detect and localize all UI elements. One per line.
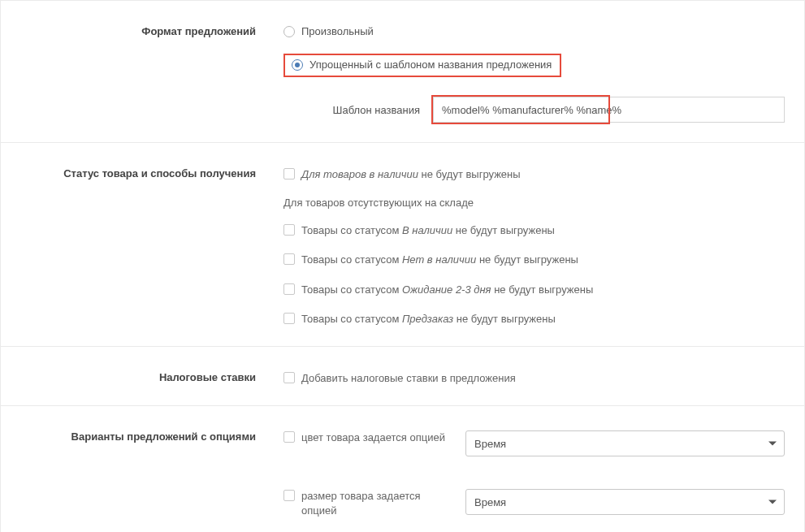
radio-label-simplified: Упрощенный с шаблоном названия предложен… xyxy=(309,58,552,71)
checkbox-icon xyxy=(283,253,295,265)
checkbox-icon xyxy=(283,372,295,383)
color-option-select[interactable]: Время xyxy=(465,430,785,456)
status-checkbox-1-text: Товары со статусом Нет в наличии не буду… xyxy=(301,253,578,267)
tax-rates-checkbox-text: Добавить налоговые ставки в предложения xyxy=(301,371,516,386)
status-checkbox-0[interactable]: Товары со статусом В наличии не будут вы… xyxy=(283,223,785,238)
status-checkbox-3[interactable]: Товары со статусом Предзаказ не будут вы… xyxy=(283,312,785,327)
highlight-box-simplified: Упрощенный с шаблоном названия предложен… xyxy=(283,54,561,77)
template-name-input[interactable] xyxy=(433,97,785,123)
status-checkbox-2-text: Товары со статусом Ожидание 2-3 дня не б… xyxy=(301,283,593,297)
offer-format-label: Формат предложений xyxy=(1,1,269,142)
checkbox-icon xyxy=(283,431,295,443)
checkbox-icon xyxy=(283,168,295,179)
checkbox-icon xyxy=(283,313,295,324)
status-checkbox-0-text: Товары со статусом В наличии не будут вы… xyxy=(301,223,555,238)
product-status-label: Статус товара и способы получения xyxy=(1,143,269,346)
checkbox-icon xyxy=(283,283,295,295)
template-name-label: Шаблон названия xyxy=(283,104,433,116)
option-variants-label: Варианты предложений с опциями xyxy=(1,406,269,532)
checkbox-icon xyxy=(283,224,295,236)
out-of-stock-heading: Для товаров отсутствующих на складе xyxy=(283,197,785,209)
offer-format-radio-arbitrary[interactable]: Произвольный xyxy=(283,25,785,37)
color-option-checkbox[interactable]: цвет товара задается опцией xyxy=(283,430,446,445)
radio-icon xyxy=(292,59,303,71)
instock-not-exported-checkbox[interactable]: Для товаров в наличии не будут выгружены xyxy=(283,167,785,182)
status-checkbox-3-text: Товары со статусом Предзаказ не будут вы… xyxy=(301,312,556,327)
checkbox-icon xyxy=(283,490,295,501)
size-option-select[interactable]: Время xyxy=(465,489,785,515)
status-checkbox-2[interactable]: Товары со статусом Ожидание 2-3 дня не б… xyxy=(283,283,785,297)
radio-icon xyxy=(283,26,295,37)
size-option-checkbox-text: размер товара задается опцией xyxy=(301,489,446,518)
tax-rates-checkbox[interactable]: Добавить налоговые ставки в предложения xyxy=(283,371,785,386)
color-option-checkbox-text: цвет товара задается опцией xyxy=(301,430,445,445)
radio-label-arbitrary: Произвольный xyxy=(301,25,374,37)
status-checkbox-1[interactable]: Товары со статусом Нет в наличии не буду… xyxy=(283,253,785,267)
instock-not-exported-text: Для товаров в наличии не будут выгружены xyxy=(301,167,521,182)
size-option-checkbox[interactable]: размер товара задается опцией xyxy=(283,489,446,518)
tax-rates-label: Налоговые ставки xyxy=(1,347,269,405)
offer-format-radio-simplified[interactable]: Упрощенный с шаблоном названия предложен… xyxy=(292,58,552,71)
